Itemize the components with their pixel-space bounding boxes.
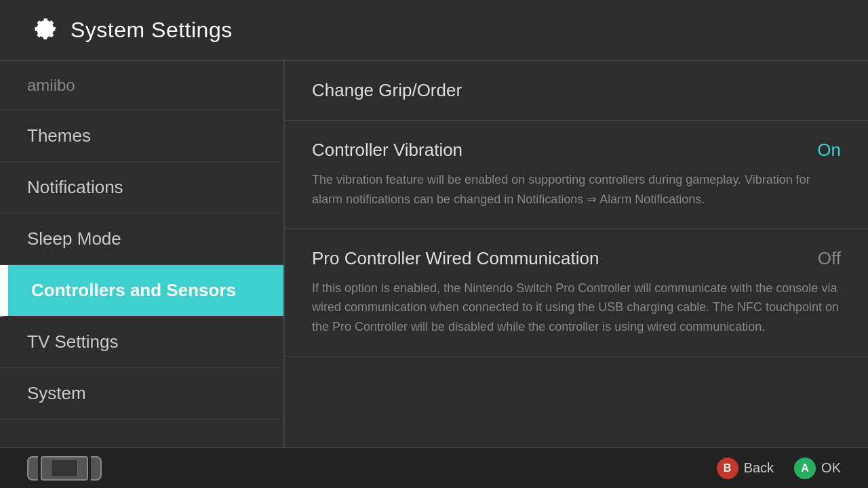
content-item-controller-vibration[interactable]: Controller Vibration On The vibration fe…: [285, 121, 868, 229]
content-area: Change Grip/Order Controller Vibration O…: [285, 61, 868, 447]
content-item-vibration-title: Controller Vibration: [312, 140, 462, 161]
content-item-change-grip-order[interactable]: Change Grip/Order: [285, 61, 868, 121]
main-layout: amiibo Themes Notifications Sleep Mode C…: [0, 61, 868, 447]
content-item-change-grip-order-header: Change Grip/Order: [312, 80, 841, 101]
content-item-change-grip-order-title: Change Grip/Order: [312, 80, 462, 101]
page-title: System Settings: [71, 18, 233, 43]
content-item-wired-title: Pro Controller Wired Communication: [312, 248, 599, 269]
b-button-icon: B: [717, 458, 738, 479]
sidebar-item-notifications-label: Notifications: [27, 177, 123, 198]
switch-screen: [51, 460, 78, 477]
sidebar-item-themes-label: Themes: [27, 125, 91, 146]
content-item-vibration-header: Controller Vibration On: [312, 140, 841, 161]
sidebar-item-system-label: System: [27, 383, 86, 404]
ok-button[interactable]: A OK: [794, 458, 841, 479]
content-item-wired-value: Off: [818, 248, 841, 269]
back-button[interactable]: B Back: [717, 458, 774, 479]
switch-body: [41, 456, 88, 481]
sidebar-item-notifications[interactable]: Notifications: [0, 162, 283, 214]
joycon-left: [27, 456, 38, 481]
content-item-vibration-desc: The vibration feature will be enabled on…: [312, 170, 841, 209]
gear-icon: [27, 14, 60, 46]
sidebar-item-sleep-mode[interactable]: Sleep Mode: [0, 214, 283, 265]
content-item-wired-desc: If this option is enabled, the Nintendo …: [312, 279, 841, 337]
sidebar-item-tv-settings-label: TV Settings: [27, 331, 118, 352]
sidebar-item-amiibo[interactable]: amiibo: [0, 61, 283, 110]
switch-console-icon: [27, 456, 102, 481]
header: System Settings: [0, 0, 868, 61]
joycon-right: [91, 456, 102, 481]
content-item-wired-header: Pro Controller Wired Communication Off: [312, 248, 841, 269]
ok-label: OK: [821, 460, 841, 476]
sidebar-item-sleep-mode-label: Sleep Mode: [27, 228, 121, 249]
sidebar-item-tv-settings[interactable]: TV Settings: [0, 317, 283, 368]
sidebar-item-themes[interactable]: Themes: [0, 110, 283, 162]
sidebar-item-system[interactable]: System: [0, 368, 283, 420]
sidebar-item-controllers-label: Controllers and Sensors: [31, 280, 236, 301]
sidebar: amiibo Themes Notifications Sleep Mode C…: [0, 61, 285, 447]
a-button-icon: A: [794, 458, 816, 479]
footer-buttons: B Back A OK: [717, 458, 841, 479]
footer: B Back A OK: [0, 447, 868, 488]
content-item-pro-controller-wired[interactable]: Pro Controller Wired Communication Off I…: [285, 229, 868, 357]
back-label: Back: [744, 460, 774, 476]
sidebar-item-amiibo-label: amiibo: [27, 76, 75, 95]
content-item-vibration-value: On: [817, 140, 841, 161]
sidebar-item-controllers-and-sensors[interactable]: Controllers and Sensors: [0, 265, 283, 317]
